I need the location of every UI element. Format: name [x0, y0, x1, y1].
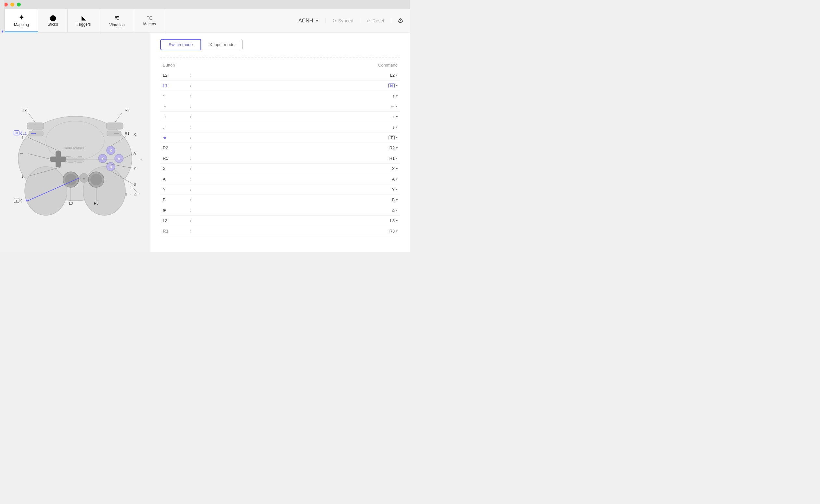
mapping-arrow-3: ›	[189, 104, 372, 109]
tab-triggers[interactable]: ◣ Triggers	[68, 9, 100, 32]
dropdown-arrow-15[interactable]: ▾	[396, 229, 397, 233]
switch-mode-button[interactable]: Switch mode	[160, 39, 201, 50]
dropdown-arrow-13[interactable]: ▾	[396, 208, 397, 212]
reset-label: Reset	[372, 18, 384, 23]
tab-vibration-label: Vibration	[109, 23, 125, 27]
dropdown-arrow-8[interactable]: ▾	[396, 157, 397, 160]
reset-area[interactable]: ↩ Reset	[360, 18, 391, 23]
dropdown-arrow-3[interactable]: ▾	[396, 105, 397, 108]
svg-text:T: T	[16, 199, 18, 202]
controller-area: ★ X A Y B 8BitDo SN30 pro+	[7, 64, 143, 220]
dropdown-arrow-6[interactable]: ▾	[396, 136, 397, 139]
dropdown-arrow-9[interactable]: ▾	[396, 167, 397, 170]
mapping-arrow-14: ›	[189, 219, 372, 223]
gear-icon: ⚙	[397, 17, 403, 24]
dropdown-arrow-2[interactable]: ▾	[396, 94, 397, 98]
table-row: ↑ › ↑ ▾	[160, 91, 400, 101]
dropdown-arrow-4[interactable]: ▾	[396, 115, 397, 119]
mapping-arrow-0: ›	[189, 73, 372, 78]
synced-area: ↻ Synced	[325, 18, 360, 23]
btn-name-14: L3	[163, 218, 189, 223]
mapping-icon: ✦	[19, 14, 24, 21]
nav-tabs: ✦ Mapping ⬤ Sticks ◣ Triggers ≋ Vibratio…	[5, 9, 165, 32]
dropdown-arrow-10[interactable]: ▾	[396, 177, 397, 181]
cmd-area-12: B ▾	[372, 197, 397, 202]
cmd-area-6: T ▾	[372, 135, 397, 140]
tab-sticks[interactable]: ⬤ Sticks	[38, 9, 68, 32]
dropdown-arrow-12[interactable]: ▾	[396, 198, 397, 202]
settings-button[interactable]: ⚙	[391, 17, 410, 25]
cmd-arrow-2: ↑	[393, 94, 395, 98]
svg-text:★: ★	[25, 198, 29, 203]
mapping-arrow-2: ›	[189, 94, 372, 98]
table-row: X › X ▾	[160, 164, 400, 174]
tab-macros[interactable]: ⌥ Macros	[134, 9, 165, 32]
cmd-text-0: L2	[390, 73, 395, 78]
dropdown-arrow-5[interactable]: ▾	[396, 125, 397, 129]
table-row: Y › Y ▾	[160, 184, 400, 195]
dropdown-arrow-1[interactable]: ▾	[396, 84, 397, 87]
dropdown-arrow-0[interactable]: ▾	[396, 73, 397, 77]
svg-rect-10	[66, 158, 75, 162]
btn-name-12: B	[163, 197, 189, 202]
svg-text:X: X	[133, 132, 136, 136]
xinput-mode-button[interactable]: X-input mode	[201, 39, 242, 50]
btn-name-2: ↑	[163, 94, 189, 98]
svg-text:❮: ❮	[20, 131, 22, 135]
svg-point-2	[83, 167, 125, 215]
svg-text:↑: ↑	[22, 135, 24, 140]
table-row: ← › ← ▾	[160, 101, 400, 112]
cmd-area-14: L3 ▾	[372, 218, 397, 223]
cmd-text-7: R2	[389, 145, 395, 150]
sticks-icon: ⬤	[50, 15, 56, 21]
btn-name-0: L2	[163, 73, 189, 78]
dropdown-arrow-11[interactable]: ▾	[396, 188, 397, 191]
minimize-button[interactable]	[10, 3, 14, 6]
btn-name-checkerboard: ⊞	[163, 208, 189, 213]
macros-icon: ⌥	[146, 15, 152, 20]
cmd-area-1: N ▾	[372, 83, 397, 88]
cmd-area-7: R2 ▾	[372, 145, 397, 150]
svg-line-29	[28, 112, 35, 123]
mode-buttons: Switch mode X-input mode	[160, 39, 400, 50]
tab-vibration[interactable]: ≋ Vibration	[100, 9, 134, 32]
right-panel: Switch mode X-input mode Button Command …	[150, 32, 410, 252]
btn-name-4: →	[163, 114, 189, 119]
mapping-arrow-13: ›	[189, 208, 372, 213]
svg-text:→: →	[139, 157, 143, 161]
table-row: L2 › L2 ▾	[160, 70, 400, 81]
cmd-text-15: R3	[389, 229, 395, 233]
table-row: → › → ▾	[160, 112, 400, 122]
dropdown-arrow-7[interactable]: ▾	[396, 146, 397, 150]
table-row: ★ › T ▾	[160, 132, 400, 143]
command-column-header: Command	[378, 63, 397, 68]
cmd-area-3: ← ▾	[372, 104, 397, 109]
cmd-badge-blue: N	[388, 83, 395, 88]
vibration-icon: ≋	[114, 14, 120, 21]
tab-mapping[interactable]: ✦ Mapping	[5, 9, 38, 32]
cmd-text-9: X	[392, 166, 395, 171]
cmd-home: ⌂	[392, 208, 395, 213]
tab-sticks-label: Sticks	[48, 22, 58, 27]
mapping-table-header: Button Command	[160, 63, 400, 70]
maximize-button[interactable]	[17, 3, 21, 6]
cmd-area-9: X ▾	[372, 166, 397, 171]
svg-line-31	[115, 112, 122, 123]
svg-text:›: ›	[130, 193, 131, 196]
mapping-arrow-9: ›	[189, 167, 372, 171]
svg-rect-5	[106, 123, 123, 129]
cmd-area-4: → ▾	[372, 114, 397, 119]
svg-text:B: B	[133, 183, 136, 186]
cmd-text-11: Y	[392, 187, 395, 192]
cmd-area-15: R3 ▾	[372, 229, 397, 233]
mapping-arrow-5: ›	[189, 125, 372, 130]
cmd-area-13: ⌂ ▾	[372, 208, 397, 213]
svg-text:8BitDo SN30 pro+: 8BitDo SN30 pro+	[65, 146, 86, 149]
titlebar	[0, 0, 410, 9]
svg-text:start: start	[78, 156, 82, 157]
cmd-badge: T	[388, 135, 395, 140]
tab-mapping-label: Mapping	[14, 22, 29, 27]
dropdown-arrow-14[interactable]: ▾	[396, 219, 397, 222]
table-row: A › A ▾	[160, 174, 400, 184]
profile-area[interactable]: ACNH ▼	[292, 18, 325, 24]
